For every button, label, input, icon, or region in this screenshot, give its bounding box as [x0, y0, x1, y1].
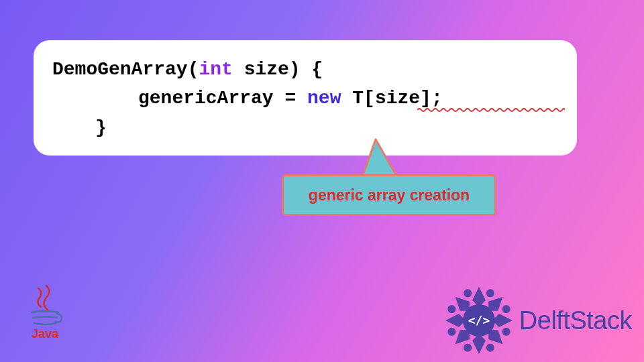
keyword-new: new	[307, 88, 341, 109]
error-squiggle	[417, 107, 565, 113]
svg-point-3	[501, 326, 512, 337]
svg-point-7	[446, 304, 457, 314]
java-logo-label: Java	[32, 327, 58, 341]
callout-arrow	[362, 139, 402, 177]
code-text: }	[95, 117, 107, 138]
java-cup-icon	[26, 283, 64, 330]
callout-text: generic array creation	[309, 186, 470, 204]
keyword-int: int	[199, 59, 232, 80]
code-text: size) {	[233, 59, 323, 80]
code-line-3: }	[52, 113, 558, 142]
svg-point-8	[462, 288, 473, 299]
code-text: T[size];	[341, 88, 442, 109]
delftstack-logo: </> DelftStack	[443, 284, 632, 357]
svg-point-5	[462, 343, 473, 353]
code-line-1: DemoGenArray(int size) {	[52, 55, 558, 84]
svg-point-2	[501, 304, 512, 314]
error-callout: generic array creation	[282, 174, 496, 216]
code-text: genericArray =	[138, 88, 307, 109]
svg-point-6	[446, 326, 457, 337]
code-snippet-box: DemoGenArray(int size) { genericArray = …	[34, 40, 577, 156]
code-text: DemoGenArray(	[52, 59, 199, 80]
svg-point-4	[485, 343, 496, 353]
delftstack-logo-label: DelftStack	[519, 306, 632, 335]
svg-point-1	[485, 288, 496, 299]
delftstack-rosette-icon: </>	[443, 284, 515, 357]
java-logo: Java	[19, 283, 71, 350]
svg-text:</>: </>	[468, 313, 490, 327]
